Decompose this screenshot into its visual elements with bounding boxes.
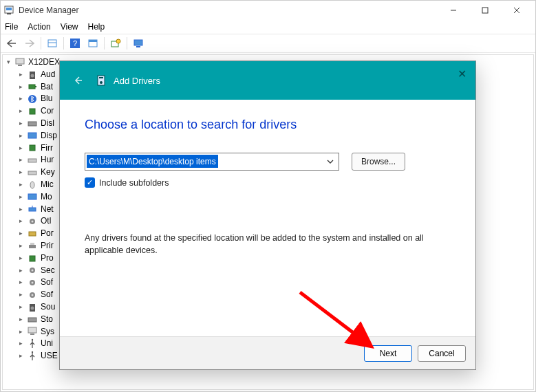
svg-rect-29 (28, 171, 36, 175)
svg-point-45 (32, 294, 34, 296)
browse-button[interactable]: Browse... (352, 153, 405, 171)
device-icon (27, 241, 38, 252)
path-value: C:\Users\M\Desktop\desktop items (87, 155, 218, 168)
svg-point-52 (32, 351, 33, 353)
svg-point-51 (32, 339, 33, 340)
svg-rect-4 (482, 8, 488, 13)
titlebar: Device Manager (1, 1, 535, 20)
include-subfolders-checkbox[interactable]: ✓ (85, 177, 95, 188)
svg-rect-50 (30, 334, 34, 335)
cancel-button[interactable]: Cancel (418, 345, 466, 362)
svg-rect-36 (29, 232, 36, 236)
forward-icon[interactable] (21, 36, 38, 51)
expand-icon[interactable]: ▸ (17, 193, 25, 202)
svg-rect-38 (30, 243, 34, 245)
tree-item-label: Otl (41, 215, 51, 228)
svg-rect-12 (89, 40, 97, 42)
device-icon (27, 131, 38, 142)
device-icon (27, 326, 38, 337)
expand-icon[interactable]: ▸ (17, 119, 25, 128)
device-icon (27, 302, 38, 313)
menu-action[interactable]: Action (28, 22, 50, 32)
expand-icon[interactable]: ▸ (17, 327, 25, 336)
expand-icon[interactable]: ▸ (17, 180, 25, 189)
chevron-down-icon[interactable] (324, 155, 336, 168)
show-hidden-icon[interactable] (44, 36, 61, 51)
menu-file[interactable]: File (5, 22, 18, 32)
expand-icon[interactable]: ▸ (17, 315, 25, 324)
svg-point-20 (31, 74, 34, 77)
device-icon (27, 167, 38, 178)
dialog-title: Add Drivers (114, 76, 160, 86)
svg-text:?: ? (73, 39, 77, 47)
expand-icon[interactable]: ▸ (17, 107, 25, 116)
svg-rect-37 (29, 245, 36, 248)
expand-icon[interactable]: ▸ (17, 340, 25, 349)
device-icon (27, 338, 38, 349)
path-combobox[interactable]: C:\Users\M\Desktop\desktop items (85, 153, 339, 171)
minimize-button[interactable] (438, 1, 469, 20)
tree-item-label: Blu (41, 93, 52, 105)
next-button[interactable]: Next (364, 345, 412, 362)
expand-icon[interactable]: ▸ (17, 95, 25, 104)
expand-icon[interactable]: ▸ (17, 156, 25, 165)
expand-icon[interactable]: ▸ (17, 230, 25, 239)
close-button[interactable] (501, 1, 533, 20)
expand-icon[interactable]: ▸ (17, 303, 25, 312)
view-icon[interactable] (85, 36, 101, 51)
svg-rect-2 (7, 13, 11, 14)
svg-rect-17 (16, 58, 24, 64)
svg-rect-39 (30, 256, 35, 261)
scan-icon[interactable] (107, 36, 124, 51)
svg-point-14 (116, 39, 120, 43)
info-text: Any drivers found at the specified locat… (85, 232, 451, 257)
menu-help[interactable]: Help (88, 22, 105, 32)
window-title: Device Manager (19, 6, 78, 15)
expand-icon[interactable]: ▸ (17, 279, 25, 287)
tree-item-label: Bat (41, 81, 53, 94)
tree-item-label: Prir (41, 240, 54, 252)
expand-icon[interactable]: ▸ (17, 144, 25, 153)
pc-icon (14, 57, 25, 68)
back-icon[interactable] (3, 36, 20, 51)
expand-icon[interactable]: ▸ (17, 131, 25, 140)
expand-icon[interactable]: ▸ (17, 205, 25, 214)
monitor-icon[interactable] (130, 36, 147, 51)
tree-item-label: Sof (41, 276, 53, 289)
device-icon (27, 94, 38, 105)
menubar: File Action View Help (1, 20, 535, 34)
tree-item-label: USE (41, 350, 58, 362)
expand-icon[interactable]: ▸ (17, 291, 25, 300)
expand-icon[interactable]: ▸ (17, 83, 25, 91)
device-icon (27, 314, 38, 325)
svg-rect-48 (28, 318, 36, 322)
device-icon (27, 142, 38, 153)
expand-icon[interactable]: ▸ (17, 217, 25, 226)
expand-icon[interactable]: ▸ (17, 70, 25, 79)
driver-icon (94, 74, 108, 87)
expand-icon[interactable]: ▸ (17, 266, 25, 275)
add-drivers-dialog: ✕ Add Drivers Choose a location to searc… (59, 61, 476, 370)
device-icon (27, 81, 38, 92)
tree-item-label: Key (41, 166, 55, 179)
expand-icon[interactable]: ▸ (17, 352, 25, 361)
expand-icon[interactable]: ▸ (17, 254, 25, 263)
svg-rect-31 (28, 194, 36, 199)
dialog-heading: Choose a location to search for drivers (85, 118, 451, 132)
dialog-close-icon[interactable]: ✕ (455, 67, 469, 80)
help-icon[interactable]: ? (67, 36, 83, 51)
maximize-button[interactable] (469, 1, 501, 20)
tree-item-label: Sof (41, 289, 53, 301)
svg-point-30 (30, 182, 34, 188)
expand-icon[interactable]: ▸ (17, 168, 25, 177)
menu-view[interactable]: View (61, 22, 78, 32)
tree-item-label: Net (41, 204, 54, 216)
svg-rect-25 (28, 122, 36, 126)
expand-icon[interactable]: ▸ (17, 241, 25, 250)
svg-rect-24 (30, 109, 35, 114)
dialog-back-icon[interactable] (69, 72, 86, 89)
device-icon (27, 351, 38, 362)
svg-rect-16 (136, 46, 140, 47)
device-icon (27, 277, 38, 288)
tree-item-label: Aud (41, 69, 55, 81)
